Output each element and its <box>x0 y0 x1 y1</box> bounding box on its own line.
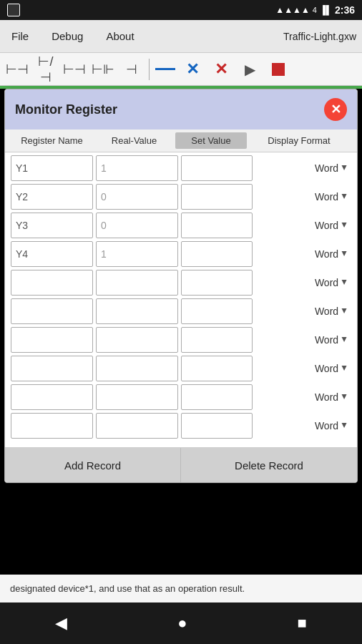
toolbar-run-btn[interactable]: ▶ <box>237 57 263 82</box>
dialog-title: Monitor Register <box>15 102 117 117</box>
display-format-arrow-icon: ▲ <box>340 306 348 316</box>
set-value-input[interactable] <box>181 184 253 210</box>
register-name-input[interactable] <box>11 155 93 181</box>
display-format-cell[interactable]: Word▲ <box>255 334 351 346</box>
close-dialog-button[interactable]: ✕ <box>324 98 347 121</box>
toolbar-btn-5[interactable]: ⊣ <box>119 57 145 82</box>
set-value-input[interactable] <box>181 270 253 296</box>
recent-button[interactable]: ■ <box>283 608 321 638</box>
toolbar-btn-4[interactable]: ⊢⊩ <box>90 57 116 82</box>
display-format-cell[interactable]: Word▲ <box>255 191 351 203</box>
status-bar-right: ▲▲▲▲ 4 ▐▌ 2:36 <box>275 4 355 16</box>
display-format-arrow-icon: ▲ <box>340 192 348 202</box>
set-value-input[interactable] <box>181 155 253 181</box>
display-format-cell[interactable]: Word▲ <box>255 306 351 317</box>
register-name-input[interactable] <box>11 298 93 324</box>
display-format-text: Word <box>315 162 338 174</box>
register-name-input[interactable] <box>11 270 93 296</box>
table-row: Word▲ <box>11 270 351 296</box>
real-value-input[interactable] <box>96 298 178 324</box>
display-format-cell[interactable]: Word▲ <box>255 248 351 260</box>
play-icon: ▶ <box>245 61 255 78</box>
display-format-arrow-icon: ▲ <box>340 249 348 259</box>
monitor-register-dialog: Monitor Register ✕ Register Name Real-Va… <box>4 89 358 483</box>
function-icon: ⊢⊩ <box>92 62 114 77</box>
display-format-cell[interactable]: Word▲ <box>255 363 351 374</box>
register-name-input[interactable] <box>11 356 93 381</box>
register-name-input[interactable] <box>11 327 93 353</box>
display-format-arrow-icon: ▲ <box>340 278 348 288</box>
real-value-input[interactable] <box>96 356 178 381</box>
table-row: Word▲ <box>11 184 351 210</box>
toolbar-cancel-btn[interactable]: ✕ <box>180 57 205 82</box>
delete-red-icon: ✕ <box>215 60 228 79</box>
display-format-text: Word <box>315 363 338 374</box>
table-row: Word▲ <box>11 413 351 439</box>
display-format-arrow-icon: ▲ <box>340 163 348 173</box>
display-format-arrow-icon: ▲ <box>340 364 348 374</box>
menu-debug[interactable]: Debug <box>46 27 89 45</box>
register-name-input[interactable] <box>11 184 93 210</box>
home-button[interactable]: ● <box>163 608 201 638</box>
display-format-text: Word <box>315 220 338 231</box>
register-name-input[interactable] <box>11 413 93 439</box>
stop-icon <box>272 63 285 76</box>
table-row: Word▲ <box>11 327 351 353</box>
real-value-input[interactable] <box>96 213 178 238</box>
set-value-input[interactable] <box>181 298 253 324</box>
set-value-input[interactable] <box>181 356 253 381</box>
col-header-real-value: Real-Value <box>93 135 175 146</box>
add-record-button[interactable]: Add Record <box>5 448 181 482</box>
table-row: Word▲ <box>11 213 351 238</box>
display-format-cell[interactable]: Word▲ <box>255 277 351 288</box>
display-format-arrow-icon: ▲ <box>340 392 348 402</box>
status-bar-left <box>7 4 20 16</box>
display-format-text: Word <box>315 334 338 346</box>
real-value-input[interactable] <box>96 241 178 267</box>
register-name-input[interactable] <box>11 384 93 410</box>
display-format-text: Word <box>315 191 338 203</box>
box-icon: ⊣ <box>126 62 137 77</box>
display-format-cell[interactable]: Word▲ <box>255 220 351 231</box>
display-format-text: Word <box>315 277 338 288</box>
toolbar-delete-btn[interactable]: ✕ <box>208 57 234 82</box>
col-header-display-format: Display Format <box>247 135 351 146</box>
toolbar-btn-1[interactable]: ⊢⊣ <box>4 57 30 82</box>
window-title: Traffic-Light.gxw <box>283 31 356 42</box>
set-value-input[interactable] <box>181 327 253 353</box>
bg-content: designated device*1, and use that as an … <box>0 575 362 603</box>
register-name-input[interactable] <box>11 241 93 267</box>
display-format-cell[interactable]: Word▲ <box>255 420 351 431</box>
time-display: 2:36 <box>335 4 355 16</box>
toolbar-divider-1 <box>149 59 150 80</box>
display-format-arrow-icon: ▲ <box>340 335 348 345</box>
coil-icon: ⊢⊣ <box>63 62 86 77</box>
display-format-arrow-icon: ▲ <box>340 421 348 431</box>
table-body: Word▲Word▲Word▲Word▲Word▲Word▲Word▲Word▲… <box>5 152 357 444</box>
toolbar-stop-btn[interactable] <box>265 57 291 82</box>
menu-file[interactable]: File <box>6 27 34 45</box>
real-value-input[interactable] <box>96 270 178 296</box>
back-button[interactable]: ◀ <box>41 608 82 638</box>
display-format-cell[interactable]: Word▲ <box>255 162 351 174</box>
real-value-input[interactable] <box>96 413 178 439</box>
signal-icon: ▲▲▲▲ <box>275 5 310 15</box>
set-value-input[interactable] <box>181 413 253 439</box>
set-value-input[interactable] <box>181 213 253 238</box>
real-value-input[interactable] <box>96 327 178 353</box>
real-value-input[interactable] <box>96 384 178 410</box>
toolbar-btn-2[interactable]: ⊢/⊣ <box>33 57 59 82</box>
real-value-input[interactable] <box>96 184 178 210</box>
display-format-cell[interactable]: Word▲ <box>255 391 351 403</box>
table-row: Word▲ <box>11 384 351 410</box>
sim-icon: 4 <box>313 6 317 14</box>
register-name-input[interactable] <box>11 213 93 238</box>
delete-record-button[interactable]: Delete Record <box>181 448 357 482</box>
set-value-input[interactable] <box>181 384 253 410</box>
toolbar-btn-3[interactable]: ⊢⊣ <box>62 57 87 82</box>
real-value-input[interactable] <box>96 155 178 181</box>
menu-about[interactable]: About <box>100 27 140 45</box>
set-value-input[interactable] <box>181 241 253 267</box>
col-header-set-value: Set Value <box>175 132 247 149</box>
contact-no-icon: ⊢⊣ <box>6 62 29 77</box>
